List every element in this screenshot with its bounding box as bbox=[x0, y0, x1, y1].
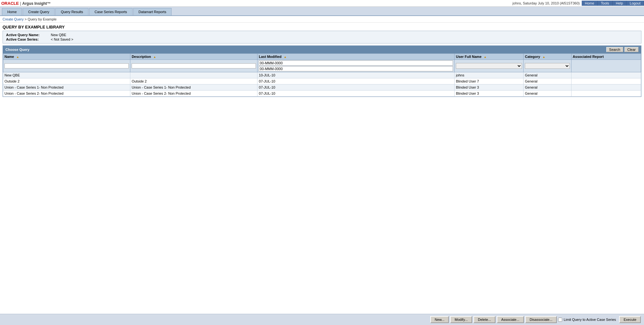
active-case-series-label: Active Case Series: bbox=[6, 37, 51, 41]
col-header-user-full-name: User Full Name ▲ bbox=[455, 54, 524, 60]
sort-icon-name[interactable]: ▲ bbox=[16, 55, 19, 59]
page-title: QUERY BY EXAMPLE LIBRARY bbox=[0, 23, 644, 31]
table-cell-last_modified: 07-JUL-10 bbox=[257, 84, 455, 91]
table-cell-user_full_name: Blinded User 3 bbox=[455, 84, 524, 91]
filter-last-modified-from-input[interactable] bbox=[259, 60, 453, 66]
breadcrumb-create-query[interactable]: Create Query bbox=[3, 17, 24, 21]
sort-icon-last-modified[interactable]: ▲ bbox=[284, 55, 287, 59]
table-cell-category: General bbox=[524, 91, 571, 97]
breadcrumb-query-by-example: Query by Example bbox=[28, 17, 57, 21]
table-cell-name: Union - Case Series 1- Non Protected bbox=[3, 84, 130, 91]
choose-query-label: Choose Query bbox=[5, 48, 29, 52]
table-cell-user_full_name: Blinded User 7 bbox=[455, 78, 524, 84]
filter-last-modified-cell bbox=[257, 60, 455, 72]
filter-description-input[interactable] bbox=[132, 63, 256, 68]
tab-home[interactable]: Home bbox=[2, 8, 22, 15]
table-cell-user_full_name: Blinded User 3 bbox=[455, 91, 524, 97]
filter-name-cell bbox=[3, 60, 130, 72]
filter-user-full-name-select[interactable] bbox=[456, 63, 522, 69]
table-cell-user_full_name: johns bbox=[455, 72, 524, 78]
table-cell-description bbox=[130, 72, 257, 78]
table-cell-last_modified: 07-JUL-10 bbox=[257, 78, 455, 84]
breadcrumb-separator: > bbox=[25, 17, 27, 21]
table-filter-row bbox=[3, 60, 641, 72]
table-cell-category: General bbox=[524, 84, 571, 91]
col-header-name: Name ▲ bbox=[3, 54, 130, 60]
table-cell-associated_report bbox=[571, 78, 641, 84]
table-cell-name: Union - Case Series 2- Non Protected bbox=[3, 91, 130, 97]
table-cell-associated_report bbox=[571, 84, 641, 91]
top-bar: ORACLE | Argus Insight™ johns, Saturday … bbox=[0, 0, 644, 7]
active-query-name-label: Active Query Name: bbox=[6, 33, 51, 37]
table-cell-last_modified: 07-JUL-10 bbox=[257, 91, 455, 97]
user-info: johns, Saturday July 10, 2010 (AI51ST360… bbox=[512, 1, 579, 5]
choose-query-header: Choose Query Search Clear bbox=[3, 46, 641, 53]
table-cell-category: General bbox=[524, 72, 571, 78]
table-cell-description: Union - Case Series 2- Non Protected bbox=[130, 91, 257, 97]
active-case-series-value: < Not Saved > bbox=[51, 37, 73, 41]
table-cell-description: Outside 2 bbox=[130, 78, 257, 84]
tab-case-series-reports[interactable]: Case Series Reports bbox=[89, 8, 133, 15]
top-right: johns, Saturday July 10, 2010 (AI51ST360… bbox=[512, 1, 644, 6]
table-container: Name ▲ Description ▲ Last Modified ▲ Use… bbox=[3, 53, 641, 97]
col-header-category: Category ▲ bbox=[524, 54, 571, 60]
oracle-logo: ORACLE | Argus Insight™ bbox=[1, 1, 51, 6]
top-nav-logout[interactable]: Logout bbox=[626, 1, 644, 6]
table-row[interactable]: Union - Case Series 2- Non ProtectedUnio… bbox=[3, 91, 641, 97]
filter-category-select[interactable] bbox=[525, 63, 570, 69]
active-query-labels: Active Query Name: Active Case Series: bbox=[6, 33, 51, 41]
table-column-headers: Name ▲ Description ▲ Last Modified ▲ Use… bbox=[3, 54, 641, 60]
filter-name-input[interactable] bbox=[4, 63, 129, 68]
col-header-associated-report: Associated Report bbox=[571, 54, 641, 60]
tab-create-query[interactable]: Create Query bbox=[23, 8, 55, 15]
table-cell-category: General bbox=[524, 78, 571, 84]
search-button[interactable]: Search bbox=[606, 47, 623, 52]
logo-area: ORACLE | Argus Insight™ bbox=[1, 1, 51, 6]
table-row[interactable]: Union - Case Series 1- Non ProtectedUnio… bbox=[3, 84, 641, 91]
table-cell-associated_report bbox=[571, 72, 641, 78]
main-nav: Home Create Query Query Results Case Ser… bbox=[0, 7, 644, 16]
sort-icon-user-full-name[interactable]: ▲ bbox=[484, 55, 487, 59]
filter-description-cell bbox=[130, 60, 257, 72]
table-cell-name: New QBE bbox=[3, 72, 130, 78]
breadcrumb: Create Query > Query by Example bbox=[0, 16, 644, 23]
clear-button[interactable]: Clear bbox=[625, 47, 639, 52]
query-table-body: New QBE10-JUL-10johnsGeneralOutside 2Out… bbox=[3, 72, 641, 97]
query-table: Name ▲ Description ▲ Last Modified ▲ Use… bbox=[3, 53, 641, 97]
table-row[interactable]: Outside 2Outside 207-JUL-10Blinded User … bbox=[3, 78, 641, 84]
header-buttons: Search Clear bbox=[606, 47, 639, 52]
active-query-panel: Active Query Name: Active Case Series: N… bbox=[3, 31, 641, 44]
sort-icon-description[interactable]: ▲ bbox=[153, 55, 156, 59]
choose-query-section: Choose Query Search Clear Name ▲ Descrip… bbox=[3, 45, 641, 97]
table-cell-description: Union - Case Series 1- Non Protected bbox=[130, 84, 257, 91]
tab-datamart-reports[interactable]: Datamart Reports bbox=[133, 8, 172, 15]
active-query-values: New QBE < Not Saved > bbox=[51, 33, 73, 41]
top-nav-home[interactable]: Home bbox=[582, 1, 598, 6]
table-cell-associated_report bbox=[571, 91, 641, 97]
table-row[interactable]: New QBE10-JUL-10johnsGeneral bbox=[3, 72, 641, 78]
tab-query-results[interactable]: Query Results bbox=[55, 8, 88, 15]
top-nav-help[interactable]: Help bbox=[613, 1, 627, 6]
table-cell-name: Outside 2 bbox=[3, 78, 130, 84]
table-cell-last_modified: 10-JUL-10 bbox=[257, 72, 455, 78]
col-header-last-modified: Last Modified ▲ bbox=[257, 54, 455, 60]
active-query-name-value: New QBE bbox=[51, 33, 73, 37]
col-header-description: Description ▲ bbox=[130, 54, 257, 60]
top-nav-tools[interactable]: Tools bbox=[598, 1, 613, 6]
filter-user-full-name-cell bbox=[455, 60, 524, 72]
filter-category-cell bbox=[524, 60, 571, 72]
filter-associated-report-cell bbox=[571, 60, 641, 72]
sort-icon-category[interactable]: ▲ bbox=[542, 55, 545, 59]
filter-last-modified-to-input[interactable] bbox=[259, 66, 453, 71]
